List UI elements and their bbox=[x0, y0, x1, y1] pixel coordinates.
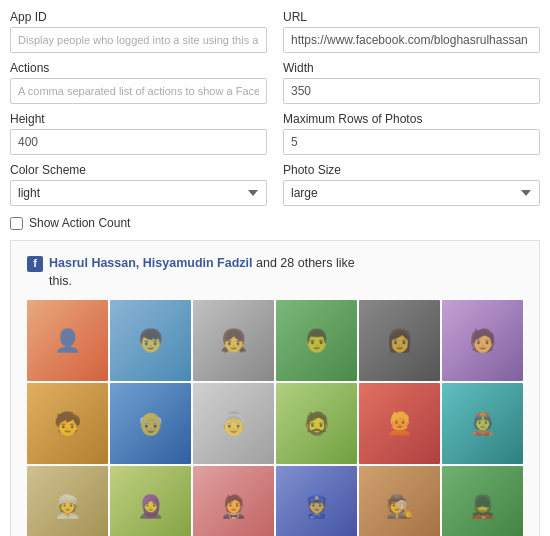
color-scheme-label: Color Scheme bbox=[10, 163, 267, 177]
show-action-count-checkbox[interactable] bbox=[10, 217, 23, 230]
photo-placeholder: 🧔 bbox=[276, 383, 357, 464]
photo-placeholder: 💂 bbox=[442, 466, 523, 536]
photo-placeholder: 🧕 bbox=[110, 466, 191, 536]
photo-cell: 🧔 bbox=[276, 383, 357, 464]
photo-placeholder: 👱 bbox=[359, 383, 440, 464]
color-scheme-select[interactable]: light dark bbox=[10, 180, 267, 206]
photo-cell: 🧑 bbox=[442, 300, 523, 381]
form-grid: App ID URL Actions Width Height Maximum … bbox=[10, 10, 540, 206]
preview-box: f Hasrul Hassan, Hisyamudin Fadzil and 2… bbox=[10, 240, 540, 536]
width-label: Width bbox=[283, 61, 540, 75]
photo-cell: 👵 bbox=[193, 383, 274, 464]
photo-grid: 👤👦👧👨👩🧑🧒👴👵🧔👱👲👳🧕🤵👮🕵️💂👤👦👧👨👩🧑🧒👴👵🧔👱👲 bbox=[27, 300, 523, 536]
max-rows-label: Maximum Rows of Photos bbox=[283, 112, 540, 126]
app-id-label: App ID bbox=[10, 10, 267, 24]
width-field: Width bbox=[283, 61, 540, 104]
height-input[interactable] bbox=[10, 129, 267, 155]
photo-cell: 👱 bbox=[359, 383, 440, 464]
url-input[interactable] bbox=[283, 27, 540, 53]
photo-placeholder: 👦 bbox=[110, 300, 191, 381]
url-label: URL bbox=[283, 10, 540, 24]
app-id-field: App ID bbox=[10, 10, 267, 53]
photo-size-select[interactable]: small medium large bbox=[283, 180, 540, 206]
show-action-count-label: Show Action Count bbox=[29, 216, 130, 230]
photo-size-field: Photo Size small medium large bbox=[283, 163, 540, 206]
photo-cell: 👨 bbox=[276, 300, 357, 381]
photo-placeholder: 👤 bbox=[27, 300, 108, 381]
photo-placeholder: 👳 bbox=[27, 466, 108, 536]
photo-cell: 🕵️ bbox=[359, 466, 440, 536]
facebook-icon: f bbox=[27, 256, 43, 272]
photo-cell: 🤵 bbox=[193, 466, 274, 536]
photo-placeholder: 👮 bbox=[276, 466, 357, 536]
photo-cell: 💂 bbox=[442, 466, 523, 536]
height-label: Height bbox=[10, 112, 267, 126]
fb-like-text: Hasrul Hassan, Hisyamudin Fadzil and 28 … bbox=[49, 255, 355, 290]
photo-cell: 👧 bbox=[193, 300, 274, 381]
photo-placeholder: 🧒 bbox=[27, 383, 108, 464]
max-rows-field: Maximum Rows of Photos bbox=[283, 112, 540, 155]
photo-placeholder: 👧 bbox=[193, 300, 274, 381]
photo-cell: 👴 bbox=[110, 383, 191, 464]
photo-placeholder: 👲 bbox=[442, 383, 523, 464]
actions-label: Actions bbox=[10, 61, 267, 75]
photo-placeholder: 🤵 bbox=[193, 466, 274, 536]
photo-placeholder: 👩 bbox=[359, 300, 440, 381]
max-rows-input[interactable] bbox=[283, 129, 540, 155]
photo-cell: 👳 bbox=[27, 466, 108, 536]
photo-cell: 👩 bbox=[359, 300, 440, 381]
photo-cell: 🧒 bbox=[27, 383, 108, 464]
photo-cell: 👦 bbox=[110, 300, 191, 381]
photo-placeholder: 👴 bbox=[110, 383, 191, 464]
photo-cell: 🧕 bbox=[110, 466, 191, 536]
height-field: Height bbox=[10, 112, 267, 155]
liker-names-link[interactable]: Hasrul Hassan, Hisyamudin Fadzil bbox=[49, 256, 253, 270]
app-id-input[interactable] bbox=[10, 27, 267, 53]
fb-like-header: f Hasrul Hassan, Hisyamudin Fadzil and 2… bbox=[27, 255, 523, 290]
photo-cell: 👤 bbox=[27, 300, 108, 381]
photo-cell: 👲 bbox=[442, 383, 523, 464]
photo-placeholder: 👵 bbox=[193, 383, 274, 464]
photo-placeholder: 🧑 bbox=[442, 300, 523, 381]
url-field: URL bbox=[283, 10, 540, 53]
color-scheme-field: Color Scheme light dark bbox=[10, 163, 267, 206]
photo-placeholder: 👨 bbox=[276, 300, 357, 381]
photo-size-label: Photo Size bbox=[283, 163, 540, 177]
show-action-count-row: Show Action Count bbox=[10, 216, 540, 230]
photo-cell: 👮 bbox=[276, 466, 357, 536]
actions-input[interactable] bbox=[10, 78, 267, 104]
actions-field: Actions bbox=[10, 61, 267, 104]
photo-placeholder: 🕵️ bbox=[359, 466, 440, 536]
width-input[interactable] bbox=[283, 78, 540, 104]
